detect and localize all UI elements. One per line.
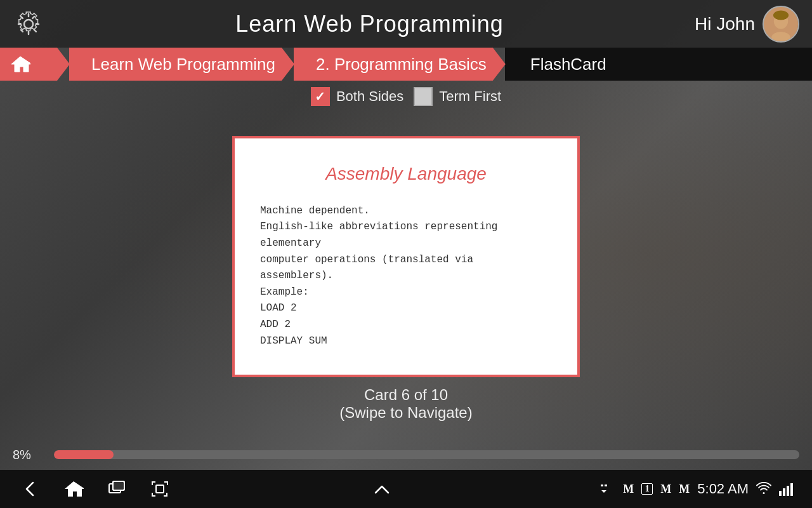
- breadcrumb-home[interactable]: [0, 48, 70, 81]
- user-info: Hi John: [695, 6, 799, 43]
- svg-point-3: [773, 10, 789, 20]
- card-count-text: Card 6 of 10: [339, 386, 472, 404]
- term-first-option[interactable]: Term First: [414, 87, 501, 106]
- wifi-icon: [756, 481, 771, 497]
- svg-point-0: [24, 20, 33, 29]
- status-icons: M 1 M M 5:02 AM: [593, 478, 793, 500]
- breadcrumb-current: FlashCard: [505, 48, 812, 81]
- progress-section: 8%: [0, 442, 812, 467]
- user-greeting: Hi John: [695, 14, 755, 34]
- usb-icon: [593, 478, 615, 500]
- both-sides-label: Both Sides: [336, 88, 403, 105]
- signal-icon: [779, 482, 793, 496]
- screenshot-button[interactable]: [148, 478, 171, 500]
- time-display: 5:02 AM: [697, 481, 749, 497]
- term-first-label: Term First: [439, 88, 501, 105]
- flashcard-body: Machine dependent. English-like abbrevia…: [260, 203, 552, 349]
- header-bar: Learn Web Programming Hi John: [0, 0, 812, 48]
- progress-bar-background: [54, 450, 799, 459]
- svg-rect-8: [156, 485, 164, 493]
- bottom-nav-bar: M 1 M M 5:02 AM: [0, 470, 812, 508]
- flashcard-area: Assembly Language Machine dependent. Eng…: [0, 112, 812, 442]
- term-first-checkbox[interactable]: [414, 87, 433, 106]
- flashcard[interactable]: Assembly Language Machine dependent. Eng…: [232, 136, 580, 377]
- bottom-center-nav: [370, 478, 393, 500]
- progress-label: 8%: [13, 448, 41, 462]
- back-button[interactable]: [19, 478, 42, 500]
- mail-icon-3: M: [660, 483, 671, 496]
- card-counter: Card 6 of 10 (Swipe to Navigate): [339, 386, 472, 422]
- breadcrumb-subsection[interactable]: 2. Programming Basics: [294, 48, 506, 81]
- checkmark-icon: ✓: [315, 89, 325, 104]
- mail-icon-1: M: [623, 483, 634, 496]
- mail-icon-4: M: [679, 483, 690, 496]
- breadcrumb: Learn Web Programming 2. Programming Bas…: [0, 48, 812, 81]
- flashcard-term: Assembly Language: [260, 164, 552, 184]
- progress-bar-fill: [54, 450, 114, 459]
- chevron-up-button[interactable]: [370, 478, 393, 500]
- app-title: Learn Web Programming: [235, 11, 504, 37]
- bottom-nav-icons: [19, 478, 171, 500]
- both-sides-option[interactable]: ✓ Both Sides: [311, 87, 403, 106]
- both-sides-checkbox[interactable]: ✓: [311, 87, 330, 106]
- settings-button[interactable]: [13, 8, 44, 40]
- recent-apps-button[interactable]: [105, 478, 128, 500]
- home-nav-button[interactable]: [62, 478, 85, 500]
- svg-rect-6: [113, 481, 124, 490]
- mail-icon-2: 1: [641, 483, 653, 495]
- options-row: ✓ Both Sides Term First: [0, 81, 812, 112]
- card-swipe-text: (Swipe to Navigate): [339, 404, 472, 422]
- breadcrumb-section[interactable]: Learn Web Programming: [69, 48, 294, 81]
- avatar: [763, 6, 799, 43]
